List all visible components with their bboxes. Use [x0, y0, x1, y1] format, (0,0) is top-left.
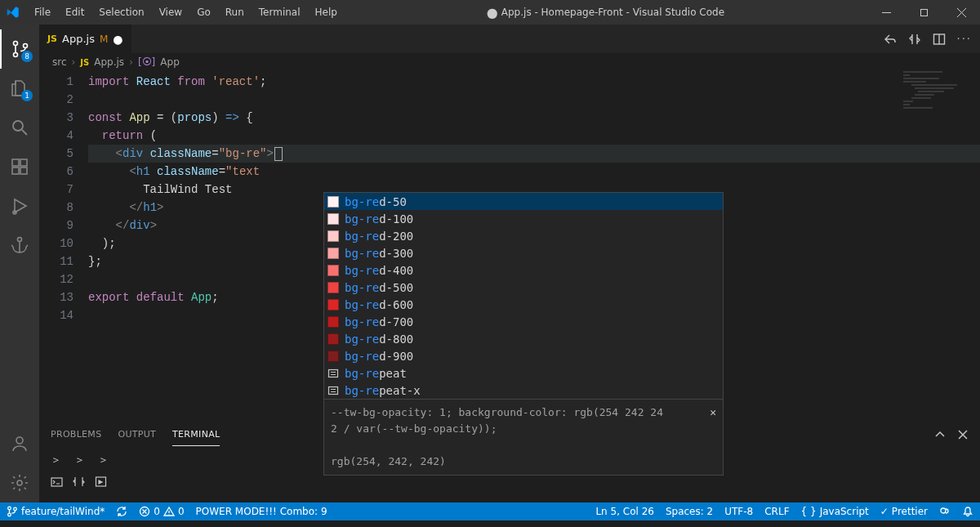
svg-rect-5 — [12, 159, 19, 166]
menu-edit[interactable]: Edit — [59, 3, 91, 21]
terminal-profile-icon[interactable] — [51, 476, 63, 488]
status-indentation[interactable]: Spaces: 2 — [666, 506, 713, 517]
status-language[interactable]: { }JavaScript — [801, 506, 869, 517]
chevron-right-icon: › — [72, 56, 76, 68]
search-icon[interactable] — [0, 108, 39, 147]
color-swatch-icon — [327, 265, 339, 276]
run-debug-icon[interactable] — [0, 186, 39, 226]
minimap[interactable] — [903, 71, 969, 120]
panel-tab-problems[interactable]: PROBLEMS — [51, 423, 101, 445]
code-line[interactable]: const App = (props) => { — [88, 109, 980, 127]
js-file-icon: JS — [47, 33, 57, 44]
breadcrumb-symbol[interactable]: App — [160, 56, 179, 68]
status-power-mode[interactable]: POWER MODE!!! Combo: 9 — [196, 506, 327, 517]
explorer-icon[interactable]: 1 — [0, 69, 39, 108]
status-sync[interactable] — [116, 506, 127, 517]
vscode-logo-icon — [7, 6, 20, 19]
split-terminal-icon[interactable] — [73, 476, 85, 488]
menu-selection[interactable]: Selection — [92, 3, 150, 21]
svg-point-11 — [16, 437, 23, 444]
code-line[interactable]: <h1 className="text — [88, 163, 980, 181]
menu-run[interactable]: Run — [219, 3, 251, 21]
suggest-item[interactable]: bg-red-800 — [324, 330, 723, 347]
suggest-item[interactable]: bg-red-300 — [324, 244, 723, 261]
editor-actions: ··· — [884, 25, 980, 53]
suggest-widget[interactable]: bg-red-50bg-red-100bg-red-200bg-red-300b… — [323, 192, 724, 476]
breadcrumb-file[interactable]: App.js — [94, 56, 124, 68]
suggest-item[interactable]: bg-repeat — [324, 364, 723, 382]
menu-view[interactable]: View — [153, 3, 189, 21]
close-button[interactable] — [942, 0, 980, 25]
suggest-label: bg-red-600 — [345, 298, 413, 311]
detail-line3: rgb(254, 242, 242) — [331, 455, 446, 467]
line-number: 6 — [39, 163, 74, 181]
more-actions-icon[interactable]: ··· — [957, 33, 972, 45]
menu-help[interactable]: Help — [309, 3, 344, 21]
line-number: 11 — [39, 252, 74, 270]
breadcrumb-folder[interactable]: src — [52, 56, 67, 68]
suggest-label: bg-red-700 — [345, 315, 413, 328]
code-line[interactable]: <div className="bg-re"> — [88, 145, 980, 163]
source-control-icon[interactable]: 8 — [0, 29, 39, 69]
suggest-item[interactable]: bg-red-500 — [324, 279, 723, 296]
status-encoding[interactable]: UTF-8 — [724, 506, 753, 517]
tab-modified-dot-icon: ● — [113, 33, 122, 46]
suggest-item[interactable]: bg-red-600 — [324, 296, 723, 313]
chevron-up-icon[interactable] — [934, 429, 946, 440]
line-number: 13 — [39, 288, 74, 306]
status-feedback-icon[interactable] — [939, 506, 951, 517]
panel-tab-terminal[interactable]: TERMINAL — [172, 423, 220, 446]
status-eol[interactable]: CRLF — [764, 506, 789, 517]
svg-point-1 — [14, 42, 18, 46]
status-bell-icon[interactable] — [962, 506, 973, 517]
code-line[interactable] — [88, 91, 980, 109]
maximize-button[interactable] — [905, 0, 942, 25]
suggest-item[interactable]: bg-red-50 — [324, 193, 723, 210]
menu-file[interactable]: File — [28, 3, 57, 21]
status-prettier[interactable]: ✓Prettier — [880, 506, 928, 517]
status-cursor-position[interactable]: Ln 5, Col 26 — [595, 506, 654, 517]
status-problems[interactable]: 0 0 — [139, 506, 184, 517]
svg-point-18 — [8, 507, 11, 510]
accounts-icon[interactable] — [0, 424, 39, 463]
git-branch-icon — [7, 506, 18, 517]
code-line[interactable]: return ( — [88, 127, 980, 145]
editor-tab[interactable]: JS App.js M ● — [39, 25, 132, 53]
panel-tab-output[interactable]: OUTPUT — [118, 423, 156, 445]
menu-terminal[interactable]: Terminal — [252, 3, 307, 21]
menu-go[interactable]: Go — [190, 3, 217, 21]
line-number: 1 — [39, 73, 74, 91]
terminal-run-icon[interactable] — [95, 476, 107, 488]
suggest-label: bg-red-400 — [345, 264, 413, 277]
status-branch[interactable]: feature/tailWind* — [7, 506, 105, 517]
code-line[interactable]: import React from 'react'; — [88, 73, 980, 91]
suggest-item[interactable]: bg-red-400 — [324, 261, 723, 279]
suggest-item[interactable]: bg-repeat-x — [324, 382, 723, 399]
js-file-icon: JS — [80, 58, 89, 67]
suggest-item[interactable]: bg-red-700 — [324, 313, 723, 330]
tab-filename: App.js — [62, 33, 95, 45]
terminal-toolbar — [39, 476, 980, 502]
close-panel-icon[interactable] — [957, 429, 969, 440]
suggest-item[interactable]: bg-red-900 — [324, 347, 723, 364]
line-number: 7 — [39, 181, 74, 199]
line-number: 8 — [39, 199, 74, 217]
suggest-item[interactable]: bg-red-200 — [324, 227, 723, 244]
color-swatch-icon — [327, 299, 339, 310]
suggest-item[interactable]: bg-red-100 — [324, 210, 723, 227]
split-editor-icon[interactable] — [933, 33, 946, 46]
breadcrumbs[interactable]: src › JS App.js › [⦿] App — [39, 53, 980, 71]
editor-group: JS App.js M ● ··· src › JS App.js › [⦿] … — [39, 25, 980, 502]
extensions-icon[interactable] — [0, 147, 39, 186]
svg-point-10 — [18, 238, 22, 242]
anchor-icon[interactable] — [0, 226, 39, 265]
svg-point-22 — [941, 508, 946, 513]
color-swatch-icon — [327, 230, 339, 242]
check-icon: ✓ — [880, 506, 889, 517]
settings-gear-icon[interactable] — [0, 463, 39, 502]
color-swatch-icon — [327, 282, 339, 293]
go-back-icon[interactable] — [884, 33, 897, 46]
close-details-icon[interactable]: ✕ — [710, 404, 716, 421]
compare-changes-icon[interactable] — [908, 33, 921, 46]
minimize-button[interactable] — [867, 0, 905, 25]
